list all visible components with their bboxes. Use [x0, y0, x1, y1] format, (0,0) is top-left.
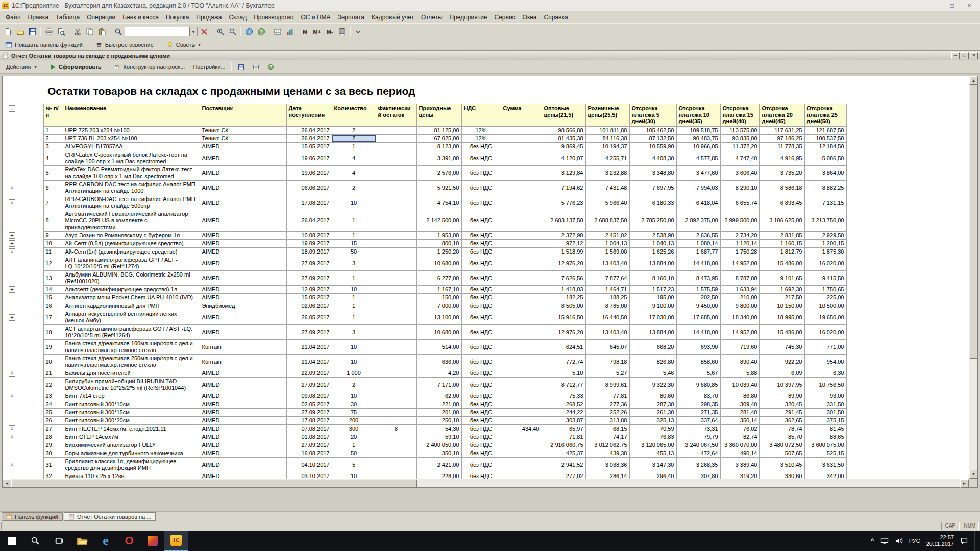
- table-cell[interactable]: 2 603 137,50: [542, 210, 585, 232]
- table-cell[interactable]: 113 575,00: [720, 127, 760, 135]
- restore-settings-button[interactable]: [249, 62, 263, 72]
- table-cell[interactable]: 1 575,59: [676, 286, 720, 294]
- table-cell[interactable]: AIMED: [200, 248, 286, 256]
- table-cell[interactable]: 1 040,13: [629, 240, 676, 248]
- table-cell[interactable]: 3 631,50: [804, 458, 846, 472]
- table-cell[interactable]: 1 812,79: [760, 248, 804, 256]
- table-cell[interactable]: AIMED: [200, 151, 286, 166]
- table-cell[interactable]: 13: [43, 271, 63, 286]
- table-cell[interactable]: Автоматический Гематологический анализат…: [63, 210, 200, 232]
- table-cell[interactable]: без НДС: [461, 143, 501, 151]
- table-cell[interactable]: 325,13: [629, 417, 676, 425]
- table-cell[interactable]: AIMED: [200, 392, 286, 400]
- table-cell[interactable]: 8: [376, 425, 416, 433]
- table-cell[interactable]: 313,88: [585, 417, 629, 425]
- table-cell[interactable]: 14 952,00: [720, 325, 760, 340]
- table-cell[interactable]: Билирубин прямой+общий BILIRUBIN T&D DMS…: [63, 378, 200, 392]
- table-cell[interactable]: Альтсепт (дезинфицирующее средство) 1л: [63, 286, 200, 294]
- table-cell[interactable]: 82,74: [720, 433, 760, 441]
- table-cell[interactable]: [376, 240, 416, 248]
- table-cell[interactable]: 15 486,00: [760, 325, 804, 340]
- table-cell[interactable]: AIMED: [200, 143, 286, 151]
- table-cell[interactable]: 5 086,50: [804, 151, 846, 166]
- table-cell[interactable]: 17 030,00: [629, 310, 676, 325]
- menu-Предприятие[interactable]: Предприятие: [446, 12, 491, 22]
- opera-button[interactable]: O: [117, 531, 141, 551]
- table-cell[interactable]: 2: [332, 378, 376, 392]
- table-cell[interactable]: 90 483,75: [676, 135, 720, 143]
- table-cell[interactable]: 13 884,00: [629, 256, 676, 271]
- table-cell[interactable]: AIMED: [200, 181, 286, 195]
- memory-add-button[interactable]: М+: [310, 26, 324, 37]
- table-cell[interactable]: 301,50: [804, 409, 846, 417]
- table-cell[interactable]: AIMED: [200, 195, 286, 210]
- table-cell[interactable]: 490,14: [720, 449, 760, 458]
- table-cell[interactable]: 771,00: [804, 340, 846, 355]
- table-cell[interactable]: AIMED: [200, 240, 286, 248]
- table-cell[interactable]: Контакт: [200, 355, 286, 369]
- table-cell[interactable]: 300: [332, 425, 376, 433]
- table-cell[interactable]: [501, 181, 542, 195]
- table-cell[interactable]: АСТ аспартатаминотрансфераза GOT / AST -…: [63, 325, 200, 340]
- table-cell[interactable]: 06.06.2017: [286, 181, 332, 195]
- memory-recall-button[interactable]: М: [300, 26, 310, 37]
- table-cell[interactable]: [376, 302, 416, 310]
- table-cell[interactable]: [376, 181, 416, 195]
- table-cell[interactable]: 100 537,50: [804, 135, 846, 143]
- table-cell[interactable]: 17.08.2017: [286, 417, 332, 425]
- info-button[interactable]: [243, 26, 255, 37]
- table-cell[interactable]: 772,74: [542, 355, 585, 369]
- table-cell[interactable]: 84 116,38: [585, 135, 629, 143]
- table-cell[interactable]: 80,60: [629, 392, 676, 400]
- table-cell[interactable]: 439,38: [585, 449, 629, 458]
- table-cell[interactable]: 330,60: [760, 472, 804, 479]
- table-cell[interactable]: 13 403,40: [585, 256, 629, 271]
- table-cell[interactable]: 8 787,80: [720, 271, 760, 286]
- table-cell[interactable]: Ай-Септ (0,5л) (дезинфицирующее средство…: [63, 240, 200, 248]
- table-cell[interactable]: 668,20: [629, 340, 676, 355]
- table-cell[interactable]: 67 025,00: [416, 135, 461, 143]
- table-cell[interactable]: 16 020,00: [804, 325, 846, 340]
- expand-row-button[interactable]: +: [9, 370, 15, 377]
- table-cell[interactable]: 6,30: [804, 369, 846, 378]
- table-cell[interactable]: 9 322,30: [629, 378, 676, 392]
- table-cell[interactable]: 15.05.2017: [286, 294, 332, 302]
- horizontal-scrollbar[interactable]: ◄ ►: [3, 479, 969, 487]
- table-cell[interactable]: 10 039,40: [720, 378, 760, 392]
- table-cell[interactable]: 4 577,85: [676, 151, 720, 166]
- table-cell[interactable]: 10 680,00: [416, 325, 461, 340]
- table-cell[interactable]: 29: [43, 441, 63, 449]
- expand-row-button[interactable]: +: [9, 232, 15, 239]
- table-cell[interactable]: 954,00: [804, 355, 846, 369]
- table-cell[interactable]: 5: [43, 166, 63, 181]
- table-cell[interactable]: 26: [43, 417, 63, 425]
- scroll-left-arrow[interactable]: ◄: [3, 479, 11, 488]
- table-cell[interactable]: UPT-736 BL 203 x254 №100: [63, 135, 200, 143]
- expand-row-button[interactable]: +: [9, 425, 15, 432]
- table-cell[interactable]: 3: [43, 143, 63, 151]
- table-cell[interactable]: AIMED: [200, 325, 286, 340]
- table-cell[interactable]: 972,12: [542, 240, 585, 248]
- table-cell[interactable]: 3 391,00: [416, 151, 461, 166]
- tips-button[interactable]: Советы▾: [163, 40, 204, 49]
- table-cell[interactable]: без НДС: [461, 151, 501, 166]
- open-file-button[interactable]: [14, 26, 26, 37]
- table-cell[interactable]: 3 864,00: [804, 166, 846, 181]
- table-cell[interactable]: RPR-CARBON-DAC тест на сифилис Аналог РМ…: [63, 181, 200, 195]
- table-cell[interactable]: [376, 166, 416, 181]
- table-cell[interactable]: 78,74: [760, 425, 804, 433]
- table-cell[interactable]: 250,10: [416, 417, 461, 425]
- table-cell[interactable]: 15: [332, 240, 376, 248]
- table-cell[interactable]: 16 440,50: [585, 310, 629, 325]
- table-cell[interactable]: 27.09.2017: [286, 325, 332, 340]
- report-help-button[interactable]: [264, 62, 278, 72]
- menu-Сервис[interactable]: Сервис: [491, 12, 519, 22]
- column-header[interactable]: Отсрочка платежа 5 дней(30): [629, 104, 676, 127]
- table-cell[interactable]: 87 132,50: [629, 135, 676, 143]
- window-tab-inactive[interactable]: Панель функций: [2, 512, 63, 521]
- table-cell[interactable]: 20: [332, 433, 376, 441]
- table-cell[interactable]: 10 500,00: [804, 302, 846, 310]
- table-cell[interactable]: [376, 210, 416, 232]
- table-cell[interactable]: 3 606,40: [720, 166, 760, 181]
- table-cell[interactable]: 10 194,37: [585, 143, 629, 151]
